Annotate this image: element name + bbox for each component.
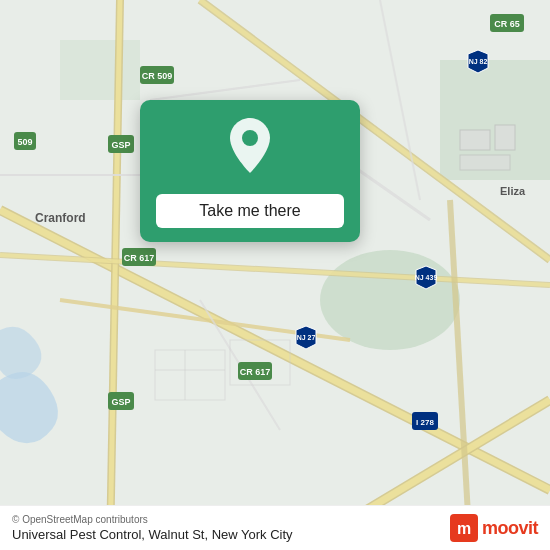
bottom-bar: © OpenStreetMap contributors Universal P… bbox=[0, 505, 550, 550]
svg-text:CR 65: CR 65 bbox=[494, 19, 520, 29]
take-me-there-button[interactable]: Take me there bbox=[156, 194, 344, 228]
svg-text:NJ 439: NJ 439 bbox=[415, 274, 438, 281]
svg-text:GSP: GSP bbox=[111, 140, 130, 150]
svg-text:GSP: GSP bbox=[111, 397, 130, 407]
svg-text:509: 509 bbox=[17, 137, 32, 147]
svg-text:CR 617: CR 617 bbox=[124, 253, 155, 263]
svg-text:m: m bbox=[457, 520, 471, 537]
svg-rect-3 bbox=[60, 40, 140, 100]
moovit-logo: m moovit bbox=[450, 514, 538, 542]
location-label: Universal Pest Control, Walnut St, New Y… bbox=[12, 527, 293, 542]
bottom-left: © OpenStreetMap contributors Universal P… bbox=[12, 514, 293, 542]
svg-text:NJ 82: NJ 82 bbox=[469, 58, 488, 65]
pin-icon-container bbox=[225, 118, 275, 182]
svg-rect-49 bbox=[460, 130, 490, 150]
overlay-card: Take me there bbox=[140, 100, 360, 242]
svg-point-54 bbox=[242, 130, 258, 146]
map-container: CR 509 GSP 509 NJ 28 NJ 82 CR 617 CR 617… bbox=[0, 0, 550, 550]
svg-text:NJ 27: NJ 27 bbox=[297, 334, 316, 341]
svg-text:I 278: I 278 bbox=[416, 418, 434, 427]
svg-text:Eliza: Eliza bbox=[500, 185, 526, 197]
copyright-text: © OpenStreetMap contributors bbox=[12, 514, 293, 525]
moovit-brand-text: moovit bbox=[482, 518, 538, 539]
svg-text:CR 617: CR 617 bbox=[240, 367, 271, 377]
moovit-logo-icon: m bbox=[450, 514, 478, 542]
svg-point-1 bbox=[320, 250, 460, 350]
location-pin-icon bbox=[225, 118, 275, 178]
map-background: CR 509 GSP 509 NJ 28 NJ 82 CR 617 CR 617… bbox=[0, 0, 550, 550]
svg-rect-51 bbox=[460, 155, 510, 170]
svg-text:CR 509: CR 509 bbox=[142, 71, 173, 81]
svg-rect-50 bbox=[495, 125, 515, 150]
svg-text:Cranford: Cranford bbox=[35, 211, 86, 225]
